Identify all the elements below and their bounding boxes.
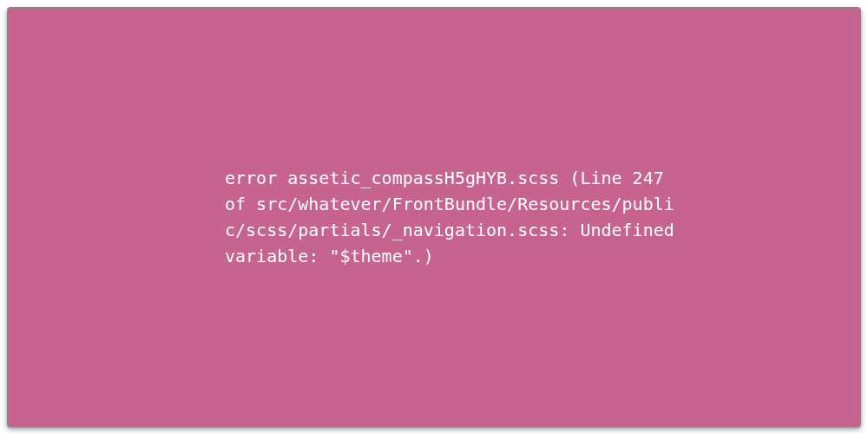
error-message: error assetic_compassH5gHYB.scss (Line 2…	[225, 165, 676, 269]
error-panel: error assetic_compassH5gHYB.scss (Line 2…	[7, 7, 861, 427]
